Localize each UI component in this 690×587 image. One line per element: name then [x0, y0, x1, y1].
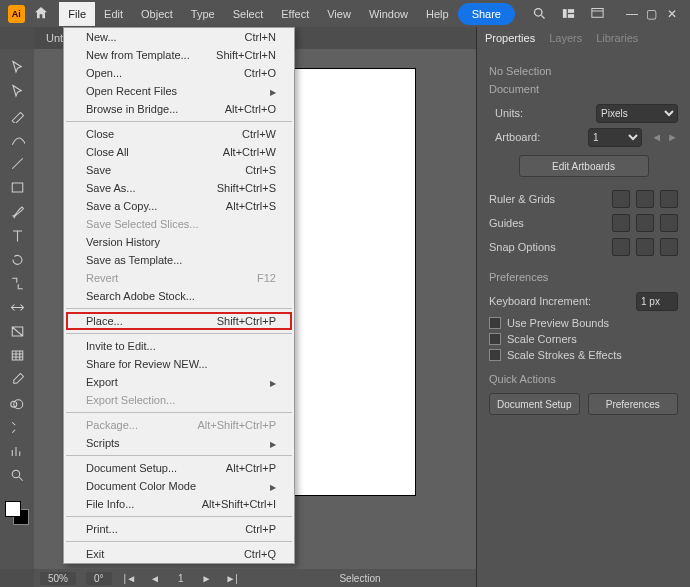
- snap-grid-icon[interactable]: [660, 238, 678, 256]
- arrange-icon[interactable]: [561, 6, 576, 22]
- tool-zoom-icon[interactable]: [4, 465, 30, 485]
- panel-tab-properties[interactable]: Properties: [485, 28, 535, 48]
- tool-pen-icon[interactable]: [4, 105, 30, 125]
- panel-tab-libraries[interactable]: Libraries: [596, 28, 638, 48]
- units-select[interactable]: Pixels: [596, 104, 678, 123]
- menu-item-document-color-mode[interactable]: Document Color Mode▶: [64, 477, 294, 495]
- home-icon[interactable]: [33, 5, 50, 23]
- artboard-nav-select[interactable]: 1: [172, 573, 190, 584]
- menu-item-save-a-copy[interactable]: Save a Copy...Alt+Ctrl+S: [64, 197, 294, 215]
- tool-eyedropper-icon[interactable]: [4, 369, 30, 389]
- artboard-next-icon[interactable]: ►: [667, 131, 678, 143]
- workspace-icon[interactable]: [590, 6, 605, 22]
- tool-column-graph-icon[interactable]: [4, 441, 30, 461]
- last-artboard-icon[interactable]: ►|: [223, 573, 240, 584]
- kb-increment-label: Keyboard Increment:: [489, 295, 591, 307]
- tool-text-icon[interactable]: [4, 225, 30, 245]
- tool-direct-selection-icon[interactable]: [4, 81, 30, 101]
- no-selection-label: No Selection: [489, 65, 678, 77]
- next-artboard-icon[interactable]: ►: [200, 573, 214, 584]
- menu-window[interactable]: Window: [360, 2, 417, 26]
- transparency-grid-icon[interactable]: [660, 190, 678, 208]
- svg-point-0: [534, 8, 542, 16]
- app-badge: Ai: [8, 5, 25, 23]
- tool-strip: [0, 49, 34, 569]
- menu-item-file-info[interactable]: File Info...Alt+Shift+Ctrl+I: [64, 495, 294, 513]
- guides-show-icon[interactable]: [612, 214, 630, 232]
- document-setup-button[interactable]: Document Setup: [489, 393, 580, 415]
- menu-bar: Ai FileEditObjectTypeSelectEffectViewWin…: [0, 0, 690, 27]
- maximize-button[interactable]: ▢: [642, 4, 662, 24]
- kb-increment-input[interactable]: [636, 292, 678, 311]
- zoom-level[interactable]: 50%: [40, 572, 76, 585]
- snap-pixel-icon[interactable]: [612, 238, 630, 256]
- menu-item-open-recent-files[interactable]: Open Recent Files▶: [64, 82, 294, 100]
- guides-lock-icon[interactable]: [636, 214, 654, 232]
- ruler-icon[interactable]: [612, 190, 630, 208]
- rotation[interactable]: 0°: [86, 572, 112, 585]
- menu-item-search-adobe-stock[interactable]: Search Adobe Stock...: [64, 287, 294, 305]
- artboard-prev-icon[interactable]: ◄: [651, 131, 662, 143]
- panel-tab-layers[interactable]: Layers: [549, 28, 582, 48]
- menu-item-new-from-template[interactable]: New from Template...Shift+Ctrl+N: [64, 46, 294, 64]
- menu-item-new[interactable]: New...Ctrl+N: [64, 28, 294, 46]
- menu-item-save-as[interactable]: Save As...Shift+Ctrl+S: [64, 179, 294, 197]
- grid-icon[interactable]: [636, 190, 654, 208]
- tool-paintbrush-icon[interactable]: [4, 201, 30, 221]
- panel-tabs: PropertiesLayersLibraries: [477, 27, 690, 49]
- edit-artboards-button[interactable]: Edit Artboards: [519, 155, 649, 177]
- menu-file[interactable]: File: [59, 2, 95, 26]
- menu-item-version-history[interactable]: Version History: [64, 233, 294, 251]
- tool-width-icon[interactable]: [4, 297, 30, 317]
- minimize-button[interactable]: —: [622, 4, 642, 24]
- tool-rotate-icon[interactable]: [4, 249, 30, 269]
- check-scale-strokes[interactable]: Scale Strokes & Effects: [489, 349, 678, 361]
- menu-item-share-for-review-new[interactable]: Share for Review NEW...: [64, 355, 294, 373]
- tool-scale-icon[interactable]: [4, 273, 30, 293]
- menu-item-exit[interactable]: ExitCtrl+Q: [64, 545, 294, 563]
- menu-edit[interactable]: Edit: [95, 2, 132, 26]
- fill-stroke-swatch[interactable]: [5, 501, 29, 525]
- menu-item-invite-to-edit[interactable]: Invite to Edit...: [64, 337, 294, 355]
- tool-blend-icon[interactable]: [4, 393, 30, 413]
- menu-item-document-setup[interactable]: Document Setup...Alt+Ctrl+P: [64, 459, 294, 477]
- check-preview-bounds[interactable]: Use Preview Bounds: [489, 317, 678, 329]
- first-artboard-icon[interactable]: |◄: [122, 573, 139, 584]
- snap-point-icon[interactable]: [636, 238, 654, 256]
- menu-item-save-selected-slices: Save Selected Slices...: [64, 215, 294, 233]
- smart-guides-icon[interactable]: [660, 214, 678, 232]
- section-guides: Guides: [489, 217, 524, 229]
- menu-item-close-all[interactable]: Close AllAlt+Ctrl+W: [64, 143, 294, 161]
- menu-item-save[interactable]: SaveCtrl+S: [64, 161, 294, 179]
- preferences-button[interactable]: Preferences: [588, 393, 679, 415]
- menu-view[interactable]: View: [318, 2, 360, 26]
- search-icon[interactable]: [532, 6, 547, 22]
- tool-mesh-icon[interactable]: [4, 345, 30, 365]
- menu-item-save-as-template[interactable]: Save as Template...: [64, 251, 294, 269]
- prev-artboard-icon[interactable]: ◄: [148, 573, 162, 584]
- menu-item-place[interactable]: Place...Shift+Ctrl+P: [66, 312, 292, 330]
- menu-item-print[interactable]: Print...Ctrl+P: [64, 520, 294, 538]
- tool-symbol-sprayer-icon[interactable]: [4, 417, 30, 437]
- share-button[interactable]: Share: [458, 3, 515, 25]
- tool-selection-icon[interactable]: [4, 57, 30, 77]
- check-scale-corners[interactable]: Scale Corners: [489, 333, 678, 345]
- menu-item-browse-in-bridge[interactable]: Browse in Bridge...Alt+Ctrl+O: [64, 100, 294, 118]
- menu-help[interactable]: Help: [417, 2, 458, 26]
- section-quick-actions: Quick Actions: [489, 373, 678, 385]
- artboard-select[interactable]: 1: [588, 128, 642, 147]
- menu-select[interactable]: Select: [224, 2, 273, 26]
- tool-curvature-icon[interactable]: [4, 129, 30, 149]
- menu-item-close[interactable]: CloseCtrl+W: [64, 125, 294, 143]
- menu-item-export[interactable]: Export▶: [64, 373, 294, 391]
- menu-item-open[interactable]: Open...Ctrl+O: [64, 64, 294, 82]
- tool-line-icon[interactable]: [4, 153, 30, 173]
- menu-type[interactable]: Type: [182, 2, 224, 26]
- menu-effect[interactable]: Effect: [272, 2, 318, 26]
- close-button[interactable]: ✕: [662, 4, 682, 24]
- tool-gradient-icon[interactable]: [4, 321, 30, 341]
- tool-rectangle-icon[interactable]: [4, 177, 30, 197]
- menu-item-scripts[interactable]: Scripts▶: [64, 434, 294, 452]
- menu-object[interactable]: Object: [132, 2, 182, 26]
- status-bar: 50% 0° |◄ ◄ 1 ► ►| Selection: [34, 569, 476, 587]
